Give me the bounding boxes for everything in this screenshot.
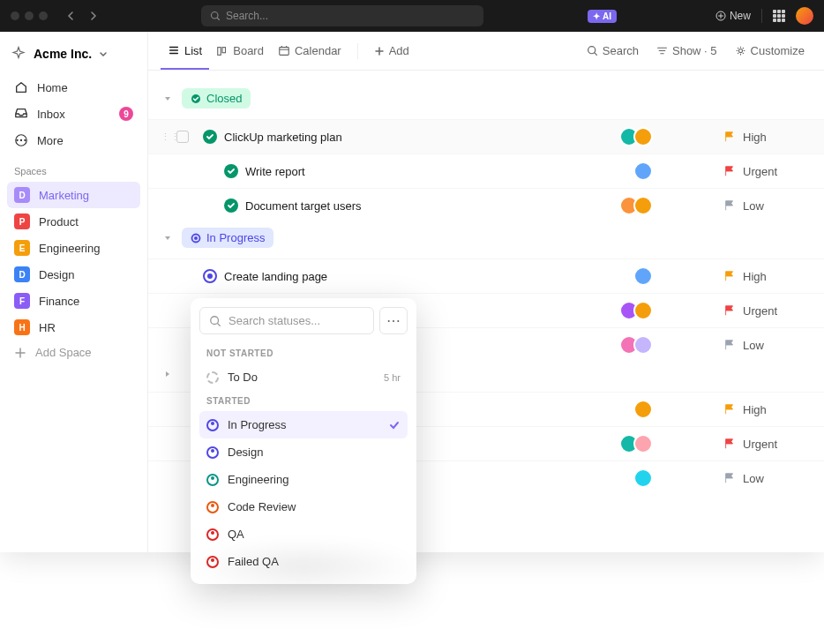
priority-cell[interactable]: Urgent bbox=[723, 304, 812, 318]
group-toggle[interactable] bbox=[161, 367, 175, 381]
status-option[interactable]: Code Review bbox=[199, 493, 408, 520]
apps-icon[interactable] bbox=[773, 10, 785, 22]
new-button[interactable]: New bbox=[715, 10, 751, 22]
flag-icon bbox=[723, 131, 736, 143]
priority-cell[interactable]: High bbox=[723, 270, 812, 283]
status-option[interactable]: Engineering bbox=[199, 466, 408, 493]
status-option[interactable]: In Progress bbox=[199, 411, 408, 438]
window-controls[interactable] bbox=[11, 11, 48, 20]
status-circle-icon bbox=[206, 556, 219, 568]
task-checkbox[interactable] bbox=[176, 131, 189, 143]
inbox-icon bbox=[14, 107, 28, 121]
toolbar-search[interactable]: Search bbox=[580, 39, 646, 63]
status-option[interactable]: To Do5 hr bbox=[199, 363, 408, 391]
status-circle-icon bbox=[206, 501, 219, 513]
assignee-avatar[interactable] bbox=[633, 301, 653, 320]
assignee-avatar[interactable] bbox=[633, 196, 653, 215]
global-search[interactable]: Search... bbox=[201, 5, 483, 26]
assignee-avatar[interactable] bbox=[633, 434, 653, 453]
task-row[interactable]: ⋮⋮Write reportUrgent bbox=[148, 154, 824, 188]
priority-cell[interactable]: Low bbox=[723, 339, 812, 352]
svg-point-13 bbox=[194, 236, 198, 240]
status-circle-icon bbox=[206, 446, 219, 459]
status-circle-icon bbox=[206, 371, 219, 384]
priority-cell[interactable]: Urgent bbox=[723, 438, 812, 451]
group-status-pill[interactable]: Closed bbox=[182, 88, 251, 109]
flag-icon bbox=[723, 270, 736, 282]
space-product[interactable]: PProduct bbox=[7, 208, 140, 235]
calendar-icon bbox=[278, 45, 290, 57]
task-row[interactable]: ⋮⋮ClickUp marketing planHigh bbox=[148, 119, 824, 154]
titlebar: Search... ✦ AI New bbox=[0, 0, 824, 32]
status-popover: Search statuses... ⋯ NOT STARTEDTo Do5 h… bbox=[191, 298, 416, 584]
filter-icon bbox=[656, 45, 668, 56]
drag-handle[interactable]: ⋮⋮ bbox=[161, 131, 169, 143]
add-space-button[interactable]: Add Space bbox=[7, 341, 140, 364]
ai-button[interactable]: ✦ AI bbox=[588, 10, 617, 23]
user-avatar[interactable] bbox=[796, 7, 813, 25]
back-button[interactable] bbox=[62, 6, 81, 26]
plus-icon bbox=[374, 46, 385, 56]
add-view-button[interactable]: Add bbox=[367, 34, 416, 68]
flag-icon bbox=[723, 472, 736, 484]
sidebar: Acme Inc. HomeInbox9More Spaces DMarketi… bbox=[0, 32, 148, 552]
view-tab-list[interactable]: List bbox=[161, 34, 209, 70]
assignee-avatar[interactable] bbox=[633, 266, 653, 286]
nav-more[interactable]: More bbox=[7, 127, 140, 154]
plus-icon bbox=[14, 347, 26, 359]
group-toggle[interactable] bbox=[161, 92, 175, 106]
view-tab-board[interactable]: Board bbox=[209, 34, 271, 69]
task-row[interactable]: ⋮⋮Create landing pageHigh bbox=[148, 258, 824, 293]
gear-icon bbox=[735, 45, 746, 56]
flag-icon bbox=[723, 199, 736, 212]
flag-icon bbox=[723, 403, 736, 416]
assignee-avatar[interactable] bbox=[633, 127, 653, 146]
group-toggle[interactable] bbox=[161, 231, 175, 245]
task-row[interactable]: ⋮⋮Document target usersLow bbox=[148, 188, 824, 222]
svg-point-10 bbox=[738, 49, 742, 52]
nav-home[interactable]: Home bbox=[7, 74, 140, 101]
svg-point-2 bbox=[16, 139, 18, 141]
view-toolbar: ListBoardCalendar Add Search Show · 5 Cu… bbox=[148, 32, 824, 71]
status-progress-icon[interactable] bbox=[203, 269, 217, 283]
assignee-avatar[interactable] bbox=[633, 161, 653, 181]
space-design[interactable]: DDesign bbox=[7, 261, 140, 288]
view-tab-calendar[interactable]: Calendar bbox=[271, 34, 348, 69]
check-icon bbox=[388, 419, 401, 431]
status-search-input[interactable]: Search statuses... bbox=[199, 307, 374, 334]
flag-icon bbox=[723, 438, 736, 450]
assignee-avatar[interactable] bbox=[633, 335, 653, 355]
status-done-icon[interactable] bbox=[203, 130, 217, 144]
nav-inbox[interactable]: Inbox9 bbox=[7, 101, 140, 127]
toolbar-customize[interactable]: Customize bbox=[728, 39, 812, 63]
assignee-avatar[interactable] bbox=[633, 468, 653, 488]
forward-button[interactable] bbox=[83, 6, 102, 26]
svg-point-4 bbox=[24, 139, 26, 141]
assignee-avatar[interactable] bbox=[633, 400, 653, 419]
group-status-pill[interactable]: In Progress bbox=[182, 228, 273, 248]
space-finance[interactable]: FFinance bbox=[7, 288, 140, 314]
status-option[interactable]: Design bbox=[199, 438, 408, 466]
status-circle-icon bbox=[206, 528, 219, 541]
priority-cell[interactable]: Urgent bbox=[723, 165, 812, 178]
search-icon bbox=[209, 315, 221, 327]
space-hr[interactable]: HHR bbox=[7, 314, 140, 341]
priority-cell[interactable]: Low bbox=[723, 472, 812, 485]
priority-cell[interactable]: Low bbox=[723, 199, 812, 213]
status-done-icon[interactable] bbox=[224, 198, 238, 213]
status-more-button[interactable]: ⋯ bbox=[379, 307, 408, 334]
flag-icon bbox=[723, 339, 736, 351]
space-engineering[interactable]: EEngineering bbox=[7, 235, 140, 261]
svg-rect-6 bbox=[218, 47, 221, 55]
status-option[interactable]: QA bbox=[199, 520, 408, 548]
chevron-down-icon bbox=[99, 49, 108, 58]
space-marketing[interactable]: DMarketing bbox=[7, 182, 140, 208]
status-done-icon[interactable] bbox=[224, 164, 238, 178]
status-circle-icon bbox=[206, 419, 219, 431]
flag-icon bbox=[723, 304, 736, 317]
priority-cell[interactable]: High bbox=[723, 131, 812, 144]
priority-cell[interactable]: High bbox=[723, 403, 812, 416]
toolbar-show[interactable]: Show · 5 bbox=[649, 39, 724, 63]
workspace-switcher[interactable]: Acme Inc. bbox=[7, 41, 140, 74]
status-option[interactable]: Failed QA bbox=[199, 548, 408, 575]
